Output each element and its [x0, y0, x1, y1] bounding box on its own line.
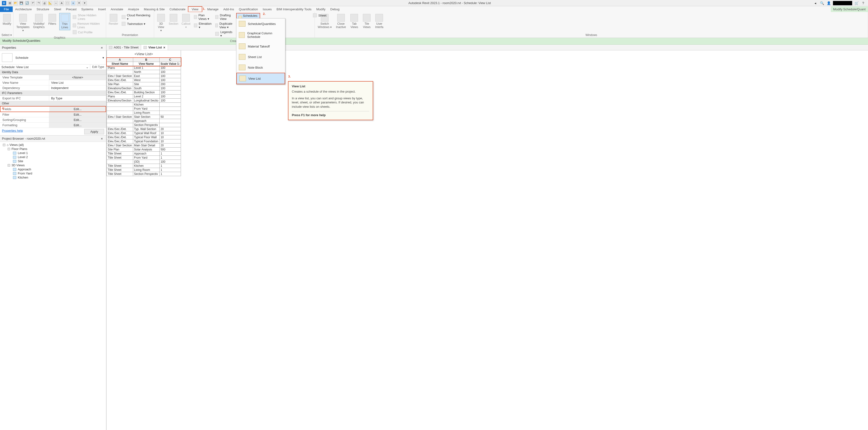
tree-item[interactable]: Site	[2, 159, 104, 163]
instance-filter[interactable]: Schedule: View List ⌄	[0, 65, 90, 69]
table-row[interactable]: Title SheetApproach1	[107, 152, 181, 156]
tab-file[interactable]: File	[0, 6, 13, 12]
elevation-button[interactable]: Elevation ▾	[193, 21, 213, 30]
table-row[interactable]: Title SheetKitchen1	[107, 164, 181, 168]
table-row[interactable]: Elevations/SectionLongitudinal Sectio100	[107, 99, 181, 103]
properties-help-link[interactable]: Properties help	[2, 129, 84, 134]
apply-button[interactable]: Apply	[84, 129, 104, 134]
dropdown-item-view-list[interactable]: View List3.	[237, 73, 285, 84]
dropdown-item-schedule-quantities[interactable]: Schedule/Quantities	[237, 19, 285, 29]
modify-tool[interactable]: Modify	[1, 13, 12, 26]
table-row[interactable]: Elev./Sec./Det.Typ. Wall Section20	[107, 127, 181, 131]
prop-row[interactable]: View NameView List	[0, 80, 106, 85]
thin-lines-button[interactable]: Thin Lines	[59, 13, 70, 30]
box-icon[interactable]: ⬚	[65, 1, 70, 5]
twinmotion-button[interactable]: Twinmotion ▾	[121, 21, 152, 26]
remove-hidden-lines-button[interactable]: Remove Hidden Lines	[72, 21, 104, 30]
col-label[interactable]: Sheet Name	[107, 62, 133, 66]
back-icon[interactable]: ◂	[813, 1, 817, 5]
user-icon[interactable]: 👤	[826, 1, 831, 5]
tab-modify-schedule-quant[interactable]: Modify Schedule/Quant	[831, 6, 868, 12]
table-row[interactable]: PlansLevel 1100	[107, 66, 181, 70]
col-letter[interactable]: A	[107, 58, 133, 62]
show-hidden-lines-button[interactable]: Show Hidden Lines	[72, 13, 104, 21]
visibility-graphics-button[interactable]: Visibility/ Graphics	[32, 13, 45, 30]
tab-steel[interactable]: Steel	[52, 6, 64, 12]
table-row[interactable]: PlansLevel 2100	[107, 95, 181, 99]
tab-issues[interactable]: Issues	[260, 6, 274, 12]
sheet-button[interactable]: Sheet	[312, 13, 327, 18]
table-row[interactable]: Elev./ Stair SectionEast100	[107, 74, 181, 78]
section-button[interactable]: Section	[168, 13, 179, 26]
legends-button[interactable]: Legends ▾	[214, 30, 235, 38]
view-templates-button[interactable]: View Templates ▾	[15, 13, 31, 33]
tab-analyze[interactable]: Analyze	[125, 6, 141, 12]
schedule-table[interactable]: ABC Sheet NameView NameScale Value 1: Pl…	[106, 58, 181, 176]
drafting-view-button[interactable]: Drafting View	[214, 13, 235, 21]
close-icon[interactable]: ×	[101, 45, 104, 50]
tab-bim-interoperability-tools[interactable]: BIM Interoperability Tools	[274, 6, 314, 12]
dropdown-item-note-block[interactable]: Note Block	[237, 62, 285, 73]
cut-profile-button[interactable]: Cut Profile	[72, 30, 104, 35]
table-row[interactable]: Title SheetSection Perspectiv1	[107, 172, 181, 176]
duplicate-view-button[interactable]: Duplicate View ▾	[214, 21, 235, 30]
table-row[interactable]: Kitchen	[107, 103, 181, 107]
table-row[interactable]: Elev./ Stair SectionStair Section50	[107, 115, 181, 119]
prop-row[interactable]: FormattingEdit...	[0, 123, 106, 128]
close-inactive-button[interactable]: Close Inactive	[335, 13, 347, 30]
thin-lines-icon[interactable]: ≡	[71, 1, 75, 5]
tab-add-ins[interactable]: Add-Ins	[221, 6, 237, 12]
table-row[interactable]: From Yard	[107, 107, 181, 111]
tree-item[interactable]: Approach	[2, 167, 104, 171]
table-row[interactable]: Elev./Sec./Det.West100	[107, 78, 181, 82]
tree-root[interactable]: − ⌂ Views (all)	[2, 143, 104, 147]
tab-views-button[interactable]: Tab Views	[349, 13, 360, 30]
tree-floor-plans[interactable]: − Floor Plans	[2, 147, 104, 151]
table-row[interactable]: Living Room	[107, 111, 181, 115]
tab-precast[interactable]: Precast	[64, 6, 79, 12]
cloud-rendering-button[interactable]: Cloud Rendering ▾	[121, 13, 152, 21]
undo-icon[interactable]: ↶	[31, 1, 35, 5]
tab-quantification[interactable]: Quantification	[237, 6, 260, 12]
redo-icon[interactable]: ↷	[36, 1, 41, 5]
tab-insert[interactable]: Insert	[96, 6, 108, 12]
col-letter[interactable]: B	[133, 58, 159, 62]
table-row[interactable]: Title SheetLiving Room1	[107, 168, 181, 172]
tab-view[interactable]: View	[188, 6, 202, 12]
tab-modify[interactable]: Modify	[314, 6, 328, 12]
table-row[interactable]: Elev./Sec./Det.Typical Wall Roof10	[107, 131, 181, 135]
table-row[interactable]: Section Perspectiv	[107, 123, 181, 127]
dropdown-item-material-takeoff[interactable]: Material Takeoff	[237, 41, 285, 52]
table-row[interactable]: {3D}100	[107, 160, 181, 164]
cart-icon[interactable]: 🛒	[854, 1, 859, 5]
filters-button[interactable]: Filters	[47, 13, 58, 26]
open-icon[interactable]: ▥	[8, 1, 12, 5]
prop-row[interactable]: Export to IFCBy Type	[0, 96, 106, 101]
dropdown-icon[interactable]: ▾	[83, 1, 87, 5]
render-button[interactable]: Render	[107, 13, 119, 26]
type-selector[interactable]: Schedule ▾	[0, 51, 106, 64]
prop-row[interactable]: FilterEdit...	[0, 112, 106, 117]
col-label[interactable]: View Name	[133, 62, 159, 66]
table-row[interactable]: Elev./ Stair SectionMain Stair Detail20	[107, 144, 181, 148]
tree-item[interactable]: From Yard	[2, 171, 104, 176]
tree-item[interactable]: Kitchen	[2, 176, 104, 180]
table-row[interactable]: Site PlanSolar Analysis500	[107, 148, 181, 152]
tree-item[interactable]: Level 2	[2, 155, 104, 159]
prop-row[interactable]: Sorting/GroupingEdit...	[0, 117, 106, 123]
view-tab[interactable]: A001 - Title Sheet	[106, 44, 141, 50]
3d-view-button[interactable]: 3D View ▾	[156, 13, 166, 33]
tab-architecture[interactable]: Architecture	[13, 6, 34, 12]
user-interface-button[interactable]: User Interfa	[374, 13, 385, 30]
select-panel-label[interactable]: Select ▾	[0, 33, 13, 38]
callout-button[interactable]: Callout ▾	[181, 13, 191, 30]
prop-row[interactable]: FieldsEdit...4.	[0, 106, 106, 112]
tree-item[interactable]: Level 1	[2, 151, 104, 155]
prop-row[interactable]: View Template<None>	[0, 75, 106, 80]
col-letter[interactable]: C	[159, 58, 181, 62]
plan-views-button[interactable]: Plan Views ▾	[193, 13, 213, 21]
sync-icon[interactable]: 🔄	[25, 1, 29, 5]
align-icon[interactable]: ↔	[54, 1, 58, 5]
app-logo-icon[interactable]: R	[2, 1, 6, 5]
table-row[interactable]: North100	[107, 70, 181, 74]
